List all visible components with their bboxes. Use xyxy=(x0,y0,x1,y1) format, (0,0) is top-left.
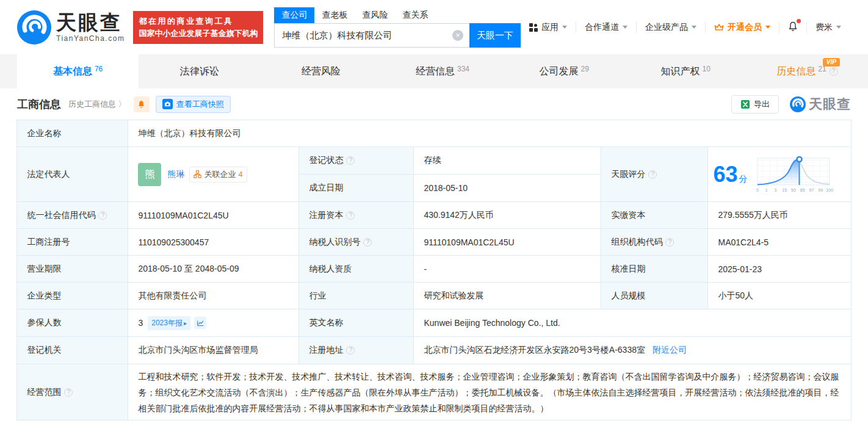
brand-slogan-banner: 都在用的商业查询工具 国家中小企业发展子基金旗下机构 xyxy=(133,11,263,44)
reg-capital-label: 注册资本 xyxy=(299,202,414,229)
help-icon[interactable] xyxy=(830,67,838,76)
watermark-title: 天眼查 xyxy=(809,95,851,114)
tab-intellectual-property[interactable]: 知识产权 10 xyxy=(625,54,747,88)
approve-date-value: 2025-01-23 xyxy=(708,256,851,283)
tianyancha-logo: 天眼查 TianYanCha.com xyxy=(17,10,125,45)
svg-text:100: 100 xyxy=(826,188,833,192)
establish-date-label: 成立日期 xyxy=(299,175,414,202)
insured-label: 参保人数 xyxy=(17,309,128,337)
svg-text:0: 0 xyxy=(756,188,759,192)
search-tab-relation[interactable]: 查关系 xyxy=(395,7,435,23)
nav-enterprise-products[interactable]: 企业级产品 xyxy=(636,22,705,33)
tab-operation-risk[interactable]: 经营风险 xyxy=(260,54,382,88)
table-row: 参保人数 3 2023年报 英文名称 Kunwei Beijing Techno… xyxy=(17,309,851,337)
credit-code-label: 统一社会信用代码 xyxy=(17,202,128,229)
search-input[interactable] xyxy=(274,23,469,48)
reg-authority-label: 登记机关 xyxy=(17,337,128,364)
search-tab-boss[interactable]: 查老板 xyxy=(314,7,355,23)
slogan-line2: 国家中小企业发展子基金旗下机构 xyxy=(139,27,258,40)
help-icon[interactable] xyxy=(346,346,355,355)
company-type-label: 企业类型 xyxy=(17,283,128,309)
address-cell: 北京市门头沟区石龙经济开发区永安路20号3号楼A-6338室 附近公司 xyxy=(414,337,851,364)
search-tab-company[interactable]: 查公司 xyxy=(274,7,314,23)
logo-subtitle: TianYanCha.com xyxy=(56,34,125,43)
related-companies-count: 4 xyxy=(238,170,242,179)
nav-notifications[interactable] xyxy=(779,21,806,34)
industry-label: 行业 xyxy=(299,283,414,309)
username: 费米 xyxy=(816,22,833,33)
section-title: 工商信息 xyxy=(17,97,61,112)
camera-icon xyxy=(162,99,173,109)
help-icon[interactable] xyxy=(363,238,372,247)
top-nav: 应用 合作通道 企业级产品 开通会员 xyxy=(521,21,850,34)
nav-apps[interactable]: 应用 xyxy=(521,22,576,33)
tab-company-development[interactable]: 公司发展 29 xyxy=(504,54,625,88)
slogan-line1: 都在用的商业查询工具 xyxy=(139,15,258,27)
watermark-logo: 天眼查 xyxy=(790,95,851,114)
search-button[interactable]: 天眼一下 xyxy=(469,23,521,48)
tab-basic-info[interactable]: 基本信息 76 xyxy=(17,54,139,88)
legal-rep-label: 法定代表人 xyxy=(17,147,128,202)
table-row: 企业类型 其他有限责任公司 行业 研究和试验发展 人员规模 小于50人 xyxy=(17,283,851,309)
logo-title: 天眼查 xyxy=(56,12,125,33)
table-row: 工商注册号 110109025300457 纳税人识别号 91110109MA0… xyxy=(17,229,851,256)
credit-code-value: 91110109MA01C2L45U xyxy=(128,202,299,229)
chevron-down-icon xyxy=(623,26,627,29)
company-name-label: 企业名称 xyxy=(17,120,128,147)
clear-search-icon[interactable] xyxy=(452,30,463,41)
history-business-info-link[interactable]: 历史工商信息 〉 xyxy=(68,99,126,110)
trend-chart-icon[interactable] xyxy=(194,317,206,329)
establish-date-value: 2018-05-10 xyxy=(414,175,601,202)
table-row: 登记机关 北京市门头沟区市场监督管理局 注册地址 北京市门头沟区石龙经济开发区永… xyxy=(17,337,851,364)
help-icon[interactable] xyxy=(648,170,657,179)
address-value: 北京市门头沟区石龙经济开发区永安路20号3号楼A-6338室 xyxy=(424,345,645,355)
help-icon[interactable] xyxy=(665,238,674,247)
paid-capital-label: 实缴资本 xyxy=(601,202,708,229)
company-type-value: 其他有限责任公司 xyxy=(128,283,299,309)
nav-partner-label: 合作通道 xyxy=(585,22,619,33)
nav-open-membership[interactable]: 开通会员 xyxy=(705,22,779,33)
section-header: 工商信息 历史工商信息 〉 查看工商快照 导出 xyxy=(0,88,868,120)
svg-text:1: 1 xyxy=(765,188,767,192)
tab-history-info[interactable]: VIP 历史信息 21 xyxy=(747,54,868,88)
export-button[interactable]: 导出 xyxy=(731,95,779,114)
svg-text:85: 85 xyxy=(800,188,805,192)
monitor-bell-button[interactable] xyxy=(134,96,150,112)
nav-user-menu[interactable]: 费米 xyxy=(806,22,850,33)
annual-report-badge[interactable]: 2023年报 xyxy=(148,316,190,330)
app-grid-icon xyxy=(529,23,538,32)
nav-apps-label: 应用 xyxy=(541,22,559,33)
legal-rep-name-link[interactable]: 熊琳 xyxy=(167,169,184,180)
view-business-snapshot-button[interactable]: 查看工商快照 xyxy=(156,96,231,113)
nearby-companies-link[interactable]: 附近公司 xyxy=(653,345,687,355)
insured-cell: 3 2023年报 xyxy=(128,309,299,337)
chevron-down-icon xyxy=(765,26,770,29)
related-companies-badge[interactable]: 关联企业 4 xyxy=(189,167,247,182)
search-area: 查公司 查老板 查风险 查关系 天眼一下 xyxy=(274,7,521,48)
tab-count: 334 xyxy=(457,65,469,73)
reg-status-value: 存续 xyxy=(414,147,601,175)
business-scope-label: 经营范围 xyxy=(17,364,128,421)
staff-size-label: 人员规模 xyxy=(601,283,708,309)
tab-legal-litigation[interactable]: 法律诉讼 xyxy=(139,54,260,88)
search-tab-risk[interactable]: 查风险 xyxy=(355,7,395,23)
help-icon[interactable] xyxy=(346,211,355,220)
table-row: 统一社会信用代码 91110109MA01C2L45U 注册资本 430.914… xyxy=(17,202,851,229)
address-label: 注册地址 xyxy=(299,337,414,364)
english-name-value: Kunwei Beijing Technology Co., Ltd. xyxy=(414,309,851,337)
help-icon[interactable] xyxy=(98,211,107,220)
company-name-value: 坤维（北京）科技有限公司 xyxy=(128,120,851,147)
org-chart-icon xyxy=(193,170,201,178)
help-icon[interactable] xyxy=(64,388,73,397)
nav-partner-channel[interactable]: 合作通道 xyxy=(576,22,636,33)
related-companies-label: 关联企业 xyxy=(204,169,236,180)
table-row: 经营范围 工程和技术研究；软件开发；技术开发、技术推广、技术转让、技术咨询、技术… xyxy=(17,364,851,421)
taxpayer-id-label: 纳税人识别号 xyxy=(299,229,414,256)
tab-operation-info[interactable]: 经营信息 334 xyxy=(382,54,503,88)
score-cell: 63分 xyxy=(708,147,851,202)
tab-label: 知识产权 xyxy=(661,65,700,78)
svg-text:3: 3 xyxy=(774,188,776,192)
help-icon[interactable] xyxy=(346,156,355,165)
score-marker-pin xyxy=(797,157,801,162)
reg-number-value: 110109025300457 xyxy=(128,229,299,256)
